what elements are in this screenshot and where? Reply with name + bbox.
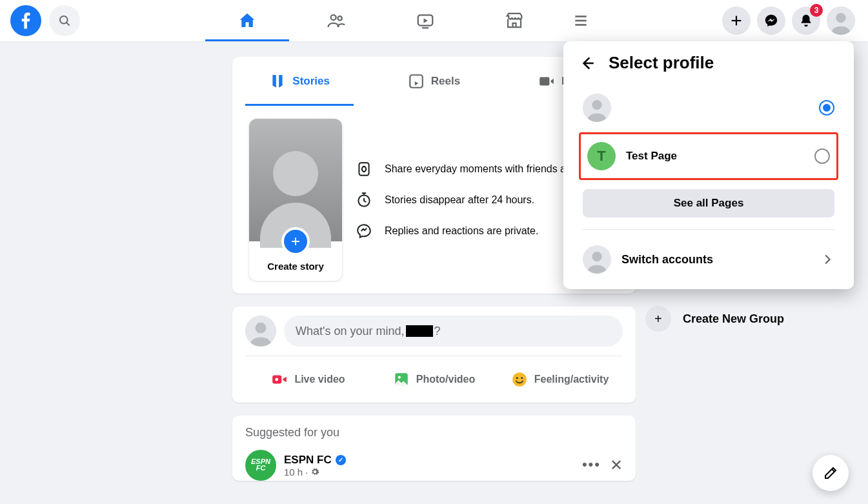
nav-marketplace[interactable] bbox=[472, 0, 556, 41]
svg-point-20 bbox=[276, 378, 279, 381]
tab-stories-label: Stories bbox=[292, 75, 330, 88]
switch-accounts-row[interactable]: Switch accounts bbox=[579, 241, 838, 277]
svg-point-25 bbox=[521, 377, 523, 379]
gear-icon bbox=[310, 467, 319, 476]
composer-card: What's on your mind, ? Live video Photo/… bbox=[232, 307, 636, 403]
svg-point-24 bbox=[516, 377, 518, 379]
redacted-name bbox=[406, 325, 433, 337]
messenger-outline-icon bbox=[355, 223, 373, 239]
header-right: 3 bbox=[722, 6, 868, 35]
moments-icon bbox=[355, 161, 373, 177]
compose-prefix: What's on your mind, bbox=[296, 325, 405, 338]
live-video-label: Live video bbox=[294, 374, 345, 385]
svg-point-3 bbox=[338, 16, 342, 21]
svg-rect-13 bbox=[410, 75, 423, 88]
tab-reels[interactable]: Reels bbox=[367, 57, 501, 106]
feeling-activity-label: Feeling/activity bbox=[534, 374, 609, 385]
compose-suffix: ? bbox=[434, 325, 441, 338]
see-all-pages-button[interactable]: See all Pages bbox=[583, 189, 834, 217]
info-c: Replies and reactions are private. bbox=[385, 225, 538, 237]
close-icon[interactable]: ✕ bbox=[610, 456, 623, 474]
header-left bbox=[0, 5, 194, 36]
create-story-card[interactable]: + Create story bbox=[249, 119, 342, 281]
personal-avatar bbox=[583, 94, 611, 122]
photo-video-button[interactable]: Photo/video bbox=[371, 365, 497, 394]
suggested-name: ESPN FC bbox=[284, 454, 332, 467]
suggested-title: Suggested for you bbox=[245, 426, 623, 439]
create-new-group-label: Create New Group bbox=[683, 312, 784, 326]
radio-unselected[interactable] bbox=[814, 148, 830, 164]
create-new-group-row[interactable]: + Create New Group bbox=[645, 306, 784, 332]
feeling-activity-button[interactable]: Feeling/activity bbox=[497, 365, 623, 394]
svg-rect-15 bbox=[359, 163, 368, 176]
svg-line-1 bbox=[66, 23, 69, 25]
profile-row-personal[interactable] bbox=[579, 87, 838, 128]
svg-point-18 bbox=[256, 323, 267, 334]
top-header: 3 bbox=[0, 0, 868, 41]
suggested-card: Suggested for you ESPN FC ESPN FC ✓ 10 h… bbox=[232, 416, 636, 481]
notifications-button[interactable]: 3 bbox=[792, 6, 820, 35]
popup-title: Select profile bbox=[609, 53, 714, 73]
search-button[interactable] bbox=[49, 5, 80, 36]
photo-video-label: Photo/video bbox=[416, 374, 476, 385]
messenger-button[interactable] bbox=[757, 6, 785, 35]
svg-point-23 bbox=[512, 372, 527, 387]
facebook-logo-icon[interactable] bbox=[10, 5, 41, 36]
compose-input[interactable]: What's on your mind, ? bbox=[284, 316, 623, 347]
svg-point-0 bbox=[60, 16, 68, 24]
suggested-time: 10 h bbox=[284, 467, 303, 478]
plus-icon: + bbox=[281, 227, 310, 256]
nav-friends[interactable] bbox=[294, 0, 378, 41]
nav-home[interactable] bbox=[205, 0, 289, 41]
espn-avatar: ESPN FC bbox=[245, 450, 276, 481]
tab-reels-label: Reels bbox=[431, 75, 460, 88]
switch-accounts-label: Switch accounts bbox=[621, 253, 810, 267]
account-avatar-button[interactable] bbox=[827, 6, 855, 35]
more-icon[interactable]: ••• bbox=[582, 456, 601, 474]
suggested-row[interactable]: ESPN FC ESPN FC ✓ 10 h · ••• ✕ bbox=[245, 450, 623, 481]
tab-stories[interactable]: Stories bbox=[232, 57, 367, 106]
svg-point-22 bbox=[398, 376, 400, 379]
nav-watch[interactable] bbox=[383, 0, 467, 41]
back-button[interactable] bbox=[579, 55, 596, 72]
page-name: Test Page bbox=[626, 150, 804, 163]
svg-rect-14 bbox=[540, 77, 549, 86]
composer-avatar[interactable] bbox=[245, 316, 276, 347]
select-profile-popup: Select profile T Test Page See all Pages… bbox=[563, 41, 854, 289]
nav-menu[interactable] bbox=[561, 0, 600, 41]
profile-row-page[interactable]: T Test Page bbox=[583, 136, 834, 177]
svg-point-2 bbox=[331, 15, 336, 20]
create-button[interactable] bbox=[722, 6, 751, 35]
notification-badge: 3 bbox=[810, 4, 823, 17]
plus-icon: + bbox=[645, 306, 671, 332]
switch-avatar bbox=[583, 245, 611, 274]
compose-fab[interactable] bbox=[812, 455, 849, 491]
clock-icon bbox=[355, 192, 373, 208]
svg-point-29 bbox=[592, 252, 601, 261]
header-nav bbox=[194, 0, 722, 41]
svg-point-12 bbox=[836, 13, 845, 23]
live-video-button[interactable]: Live video bbox=[245, 365, 371, 394]
verified-icon: ✓ bbox=[336, 455, 346, 465]
radio-selected[interactable] bbox=[819, 100, 834, 116]
page-avatar: T bbox=[587, 142, 616, 170]
chevron-right-icon bbox=[820, 252, 834, 267]
info-b: Stories disappear after 24 hours. bbox=[385, 194, 534, 206]
profile-row-page-highlight: T Test Page bbox=[579, 132, 838, 180]
svg-point-27 bbox=[592, 100, 601, 110]
create-story-avatar-placeholder: + bbox=[249, 119, 342, 241]
